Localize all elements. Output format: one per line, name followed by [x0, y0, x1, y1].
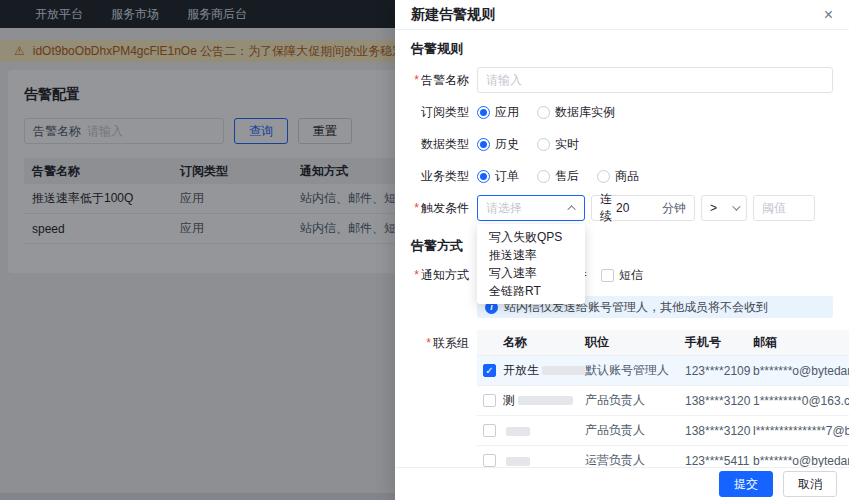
operator-value: > [710, 201, 717, 215]
col-role: 职位 [585, 334, 685, 351]
checkbox-icon [483, 454, 496, 467]
section-alert-method: 告警方式 [411, 237, 833, 254]
contact-email: b*******o@bytedanc... [753, 364, 849, 378]
drawer-footer: 提交 取消 [395, 467, 849, 500]
contact-phone: 123****2109 [685, 364, 753, 378]
field-trigger-condition: *触发条件 请选择 写入失败QPS 推送速率 写入速率 全链路RT 连续 [411, 195, 833, 221]
alert-name-input[interactable] [477, 67, 833, 93]
radio-dot-icon [537, 170, 550, 183]
radio-order[interactable]: 订单 [477, 168, 519, 185]
subscribe-type-label: 订阅类型 [411, 99, 469, 125]
checkbox-icon [483, 394, 496, 407]
submit-button[interactable]: 提交 [719, 471, 773, 497]
contact-email: b*******o@bytedanc... [753, 454, 849, 468]
required-star: * [426, 336, 431, 350]
redacted-text [506, 457, 530, 466]
contact-table-header: 名称 职位 手机号 邮箱 [477, 330, 849, 356]
contact-email: 1*********0@163.com [753, 394, 849, 408]
required-star: * [414, 201, 419, 215]
notify-label: *通知方式 [411, 262, 469, 288]
dropdown-option-full-link-rt[interactable]: 全链路RT [477, 282, 585, 300]
radio-product[interactable]: 商品 [597, 168, 639, 185]
col-email: 邮箱 [753, 334, 849, 351]
row-checkbox[interactable]: ✓ [483, 364, 503, 377]
checkbox-icon: ✓ [483, 364, 496, 377]
required-star: * [414, 73, 419, 87]
operator-select[interactable]: > [701, 195, 747, 221]
checkbox-icon [601, 269, 614, 282]
contact-name: 测 [503, 393, 515, 407]
contact-row[interactable]: 测 产品负责人 138****3120 1*********0@163.com [477, 386, 849, 416]
contact-phone: 123****5411 [685, 454, 753, 468]
radio-dot-icon [537, 138, 550, 151]
dropdown-option-push-rate[interactable]: 推送速率 [477, 246, 585, 264]
radio-dot-icon [537, 106, 550, 119]
row-checkbox[interactable] [483, 394, 503, 407]
radio-realtime[interactable]: 实时 [537, 136, 579, 153]
col-phone: 手机号 [685, 334, 753, 351]
redacted-text [542, 366, 585, 375]
duration-unit: 分钟 [662, 200, 686, 217]
radio-label: 实时 [555, 136, 579, 153]
row-checkbox[interactable] [483, 454, 503, 467]
data-type-label: 数据类型 [411, 131, 469, 157]
dropdown-option-write-fail-qps[interactable]: 写入失败QPS [477, 228, 585, 246]
trigger-label: *触发条件 [411, 195, 469, 221]
radio-label: 历史 [495, 136, 519, 153]
cancel-button[interactable]: 取消 [783, 471, 837, 497]
duration-input-group: 连续 分钟 [591, 195, 695, 221]
contact-name: 开放生 [503, 363, 539, 377]
redacted-text [506, 427, 530, 436]
checkbox-icon [483, 424, 496, 437]
radio-db-instance[interactable]: 数据库实例 [537, 104, 615, 121]
radio-dot-icon [477, 170, 490, 183]
field-subscribe-type: 订阅类型 应用 数据库实例 [411, 99, 833, 125]
close-icon[interactable]: × [824, 7, 833, 23]
checkbox-label: 短信 [619, 267, 643, 284]
radio-label: 应用 [495, 104, 519, 121]
create-alert-rule-drawer: 新建告警规则 × 告警规则 *告警名称 订阅类型 应用 数据库实例 数据类型 历… [395, 0, 849, 500]
duration-input[interactable] [616, 201, 658, 215]
contact-role: 产品负责人 [585, 392, 685, 409]
field-alert-name: *告警名称 [411, 67, 833, 93]
radio-app[interactable]: 应用 [477, 104, 519, 121]
contact-role: 产品负责人 [585, 422, 685, 439]
radio-history[interactable]: 历史 [477, 136, 519, 153]
dropdown-option-write-rate[interactable]: 写入速率 [477, 264, 585, 282]
field-business-type: 业务类型 订单 售后 商品 [411, 163, 833, 189]
field-contact-group: *联系组 名称 职位 手机号 邮箱 ✓ 开放生 默认账号管理人 123****2… [411, 330, 833, 476]
contact-row[interactable]: 产品负责人 138****3120 l***************7@b... [477, 416, 849, 446]
radio-label: 订单 [495, 168, 519, 185]
threshold-input[interactable] [753, 195, 815, 221]
metric-select-placeholder: 请选择 [486, 200, 522, 217]
contact-role: 默认账号管理人 [585, 362, 685, 379]
contact-email: l***************7@b... [753, 424, 849, 438]
drawer-title: 新建告警规则 [411, 6, 495, 24]
business-type-label: 业务类型 [411, 163, 469, 189]
radio-label: 商品 [615, 168, 639, 185]
metric-select[interactable]: 请选择 [477, 195, 585, 221]
radio-aftersale[interactable]: 售后 [537, 168, 579, 185]
radio-dot-icon [477, 106, 490, 119]
contact-row[interactable]: ✓ 开放生 默认账号管理人 123****2109 b*******o@byte… [477, 356, 849, 386]
chevron-up-icon [567, 205, 575, 213]
radio-dot-icon [477, 138, 490, 151]
section-alert-rule: 告警规则 [411, 40, 833, 57]
contact-phone: 138****3120 [685, 424, 753, 438]
field-data-type: 数据类型 历史 实时 [411, 131, 833, 157]
contact-group-label: *联系组 [411, 330, 469, 356]
row-checkbox[interactable] [483, 424, 503, 437]
metric-dropdown: 写入失败QPS 推送速率 写入速率 全链路RT [477, 224, 585, 304]
duration-prefix: 连续 [600, 191, 612, 225]
contact-table: 名称 职位 手机号 邮箱 ✓ 开放生 默认账号管理人 123****2109 b… [477, 330, 849, 476]
contact-phone: 138****3120 [685, 394, 753, 408]
radio-label: 售后 [555, 168, 579, 185]
chevron-down-icon [732, 202, 740, 210]
col-name: 名称 [503, 334, 585, 351]
redacted-text [518, 396, 573, 405]
required-star: * [414, 268, 419, 282]
field-notify-method: *通知方式 ✓站内信 邮件 短信 [411, 262, 833, 288]
checkbox-sms[interactable]: 短信 [601, 267, 643, 284]
alert-name-label: *告警名称 [411, 67, 469, 93]
radio-dot-icon [597, 170, 610, 183]
